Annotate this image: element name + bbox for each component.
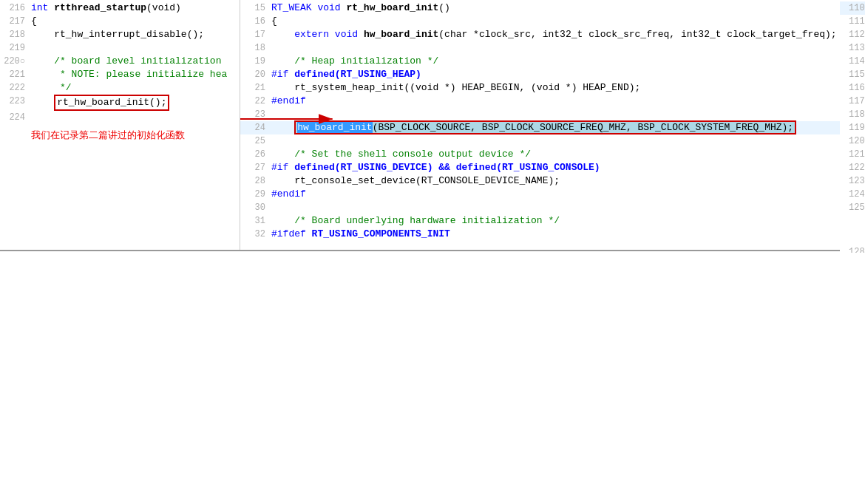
line-number: 116 <box>843 81 865 95</box>
top-left-code: 216 int rtthread_startup(void) 217 { 218… <box>0 0 240 143</box>
annotation-text: 我们在记录第二篇讲过的初始化函数 <box>31 129 185 142</box>
line-number: 220○ <box>3 55 31 68</box>
line-content: */ <box>31 81 72 95</box>
line-number: 124 <box>843 188 865 201</box>
code-line: 16 { <box>240 15 840 28</box>
line-number: 218 <box>3 28 31 41</box>
line-number: 17 <box>243 28 271 41</box>
line-content: int rtthread_startup(void) <box>31 1 181 15</box>
code-line: 113 extern void rt_hw_systick_init(void)… <box>840 41 865 55</box>
line-number: 118 <box>843 108 865 121</box>
top-right-code: 15 RT_WEAK void rt_hw_board_init() 16 { … <box>240 0 840 242</box>
line-content: rt_hw_board_init(); <box>31 95 169 111</box>
line-number: 29 <box>243 188 271 201</box>
line-content: { <box>31 15 37 28</box>
line-number: 122 <box>843 161 865 174</box>
code-line: 117 /* Enable I-Cache-------------------… <box>840 95 865 108</box>
code-line: 216 int rtthread_startup(void) <box>0 1 240 15</box>
line-number: 221 <box>3 68 31 81</box>
line-number: 28 <box>243 174 271 188</box>
line-number: 20 <box>243 68 271 81</box>
main-container: 216 int rtthread_startup(void) 217 { 218… <box>0 0 865 504</box>
line-number: 113 <box>843 41 865 55</box>
code-line: 118 SCB_EnableICache(); <box>840 108 865 121</box>
code-line: 26 /* Set the shell console output devic… <box>240 148 840 161</box>
code-line: 114 extern void clk_init(char *clk_sourc… <box>840 55 865 68</box>
code-line: 25 <box>240 134 840 148</box>
top-left-panel: 216 int rtthread_startup(void) 217 { 218… <box>0 0 240 250</box>
bottom-half: 110 void hw_board_init(char *clock_src, … <box>840 0 865 253</box>
code-line: 19 /* Heap initialization */ <box>240 55 840 68</box>
line-number: 23 <box>243 108 271 121</box>
line-content: #ifdef RT_USING_COMPONENTS_INIT <box>271 228 450 241</box>
code-line: 222 */ <box>0 81 240 95</box>
code-line: 30 <box>240 201 840 214</box>
line-number: 224 <box>3 111 31 124</box>
code-line: 119 #endif <box>840 121 865 134</box>
line-number: 25 <box>243 134 271 148</box>
line-number: 120 <box>843 134 865 148</box>
code-line: 116 #ifdef SCB_EnableICache <box>840 81 865 95</box>
bottom-left-code: 110 void hw_board_init(char *clock_src, … <box>840 0 865 253</box>
code-line: 219 <box>0 41 240 55</box>
line-content: /* Heap initialization */ <box>271 55 438 68</box>
code-line-110: 110 void hw_board_init(char *clock_src, … <box>840 1 865 15</box>
code-line: 32 #ifdef RT_USING_COMPONENTS_INIT <box>240 228 840 241</box>
line-number: 31 <box>243 214 271 228</box>
line-content: rt_system_heap_init((void *) HEAP_BEGIN,… <box>271 81 640 95</box>
line-number: 32 <box>243 228 271 241</box>
line-number: 27 <box>243 161 271 174</box>
line-number: 26 <box>243 148 271 161</box>
line-content: #if defined(RT_USING_HEAP) <box>271 68 421 81</box>
line-content: /* Set the shell console output device *… <box>271 148 531 161</box>
code-line: 27 #if defined(RT_USING_DEVICE) && defin… <box>240 161 840 174</box>
line-number: 112 <box>843 28 865 41</box>
code-line: 31 /* Board underlying hardware initiali… <box>240 214 840 228</box>
code-line: 21 rt_system_heap_init((void *) HEAP_BEG… <box>240 81 840 95</box>
code-line: 112 <box>840 28 865 41</box>
code-line: 217 { <box>0 15 240 28</box>
code-line: 17 extern void hw_board_init(char *clock… <box>240 28 840 41</box>
code-line: 115 <box>840 68 865 81</box>
code-line: 28 rt_console_set_device(RT_CONSOLE_DEVI… <box>240 174 840 188</box>
line-number: 22 <box>243 95 271 108</box>
code-line: 223 rt_hw_board_init(); <box>0 95 240 111</box>
line-number: 123 <box>843 174 865 188</box>
line-number: 217 <box>3 15 31 28</box>
code-line: 18 <box>240 41 840 55</box>
line-number: 18 <box>243 41 271 55</box>
line-content: rt_console_set_device(RT_CONSOLE_DEVICE_… <box>271 174 560 188</box>
code-line: 120 <box>840 134 865 148</box>
line-number: 223 <box>3 95 31 108</box>
line-number: 119 <box>843 121 865 134</box>
line-number: 219 <box>3 41 31 55</box>
line-content: { <box>271 15 277 28</box>
line-number: 30 <box>243 201 271 214</box>
code-line: 224 <box>0 111 240 124</box>
top-half: 216 int rtthread_startup(void) 217 { 218… <box>0 0 840 251</box>
code-line: 128 <box>840 245 865 253</box>
line-content: #endif <box>271 188 306 201</box>
line-number: 114 <box>843 55 865 68</box>
line-content: hw_board_init(BSP_CLOCK_SOURCE, BSP_CLOC… <box>271 121 796 134</box>
line-content: rt_hw_interrupt_disable(); <box>31 28 204 41</box>
line-number: 117 <box>843 95 865 108</box>
line-number: 24 <box>243 121 271 134</box>
code-line: 220○ /* board level initialization <box>0 55 240 68</box>
line-number: 110 <box>843 1 865 15</box>
code-line: 121 #ifdef SCB_EnableDCache <box>840 148 865 161</box>
code-line: 123 SCB_EnableDCache(); <box>840 174 865 188</box>
line-number: 222 <box>3 81 31 95</box>
annotation-line: 我们在记录第二篇讲过的初始化函数 <box>0 129 240 142</box>
line-number: 111 <box>843 15 865 28</box>
line-content: #if defined(RT_USING_DEVICE) && defined(… <box>271 161 600 174</box>
code-line: 20 #if defined(RT_USING_HEAP) <box>240 68 840 81</box>
line-number: 216 <box>3 1 31 15</box>
code-line: 111 { <box>840 15 865 28</box>
code-line: 221 * NOTE: please initialize hea <box>0 68 240 81</box>
line-number: 16 <box>243 15 271 28</box>
line-content: RT_WEAK void rt_hw_board_init() <box>271 1 450 15</box>
code-line: 23 <box>240 108 840 121</box>
code-line: 22 #endif <box>240 95 840 108</box>
code-line: 218 rt_hw_interrupt_disable(); <box>0 28 240 41</box>
